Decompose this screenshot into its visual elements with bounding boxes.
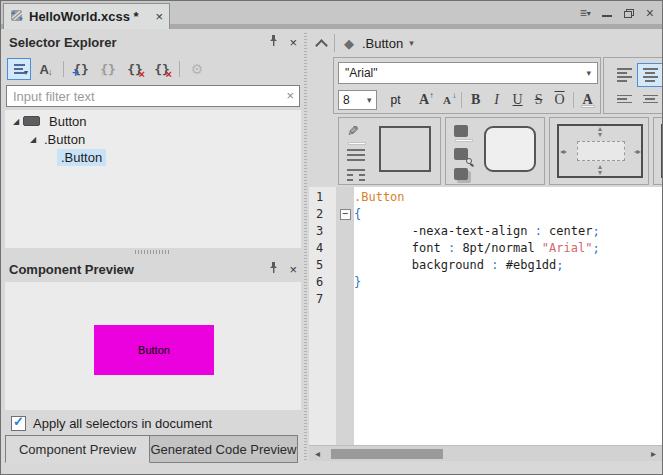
- background-image-button[interactable]: [454, 147, 476, 161]
- grow-font-button[interactable]: A↑: [413, 90, 436, 110]
- overline-button[interactable]: O: [549, 90, 570, 110]
- tree-item[interactable]: ◢.Button: [5, 130, 301, 148]
- scrollbar-thumb[interactable]: [331, 449, 443, 459]
- checkbox-label: Apply all selectors in document: [33, 416, 212, 431]
- filter-input[interactable]: [6, 85, 300, 107]
- pin-icon[interactable]: [268, 260, 279, 278]
- panel-title: Component Preview: [9, 262, 134, 277]
- application-window: HelloWorld.xcss * × ≡▾ × Selector Explor…: [0, 0, 663, 475]
- fold-cell: [336, 292, 354, 309]
- selector-dropdown-icon[interactable]: ▾: [409, 38, 414, 48]
- panel-close-icon[interactable]: ×: [289, 36, 297, 49]
- tree-item[interactable]: .Button: [5, 148, 301, 166]
- shadow-icon: [454, 168, 468, 180]
- preview-button[interactable]: Button: [94, 325, 214, 375]
- add-selector-button[interactable]: {}+: [69, 58, 93, 80]
- restore-icon[interactable]: [624, 5, 634, 21]
- border-color-swatch: [348, 142, 366, 145]
- border-dash-icon: [347, 169, 365, 181]
- tab-close-icon[interactable]: ×: [155, 10, 163, 23]
- delete-selector-button[interactable]: {}×: [123, 58, 147, 80]
- code-line[interactable]: 7: [309, 292, 662, 309]
- tab-title: HelloWorld.xcss *: [29, 9, 139, 24]
- align-left-button[interactable]: [611, 63, 637, 87]
- strikethrough-button[interactable]: S: [528, 90, 549, 110]
- window-close-icon[interactable]: ×: [646, 5, 654, 21]
- line-number: 6: [309, 275, 336, 292]
- margin-top-arrows-icon[interactable]: ▴▾: [598, 126, 602, 138]
- italic-button[interactable]: I: [486, 90, 507, 110]
- underline-button[interactable]: U: [507, 90, 528, 110]
- border-preview[interactable]: [379, 126, 431, 172]
- code-line[interactable]: 3 -nexa-text-align : center;: [309, 224, 662, 241]
- margin-left-arrows-icon[interactable]: ◂▸: [560, 147, 566, 156]
- margin-bottom-arrows-icon[interactable]: ▴▾: [598, 164, 602, 176]
- padding-editor[interactable]: ◂▸: [661, 124, 662, 178]
- panel-close-icon[interactable]: ×: [289, 263, 297, 276]
- tree-item-label: Button: [45, 113, 91, 130]
- style-editor-panel: ◆ .Button ▾ "Arial" ▾ 8 ▾ pt A↑ A↓: [309, 29, 662, 461]
- font-family-combobox[interactable]: "Arial" ▾: [338, 62, 598, 84]
- sort-alphabetical-button[interactable]: A↓: [34, 58, 58, 80]
- code-line[interactable]: 1.Button: [309, 190, 662, 207]
- pin-icon[interactable]: [268, 33, 279, 51]
- expanded-triangle-icon[interactable]: ◢: [26, 135, 40, 144]
- line-number: 4: [309, 241, 336, 258]
- vertical-splitter[interactable]: [301, 31, 309, 460]
- selector-explorer-panel: Selector Explorer × ▾ A↓ {}+: [5, 29, 301, 463]
- justify-left-button[interactable]: [611, 87, 637, 111]
- scroll-left-icon[interactable]: ◂: [315, 447, 320, 461]
- background-color-swatch: [455, 139, 473, 142]
- fold-cell: [336, 224, 354, 241]
- background-image-icon: [454, 148, 468, 160]
- expanded-triangle-icon[interactable]: ◢: [9, 117, 23, 126]
- tab-generated-code-preview[interactable]: Generated Code Preview: [150, 435, 298, 463]
- delete-all-selectors-button[interactable]: {}×: [150, 58, 174, 80]
- code-line[interactable]: 5 background : #ebg1dd;: [309, 258, 662, 275]
- copy-selector-button[interactable]: {}↑: [96, 58, 120, 80]
- tree-item-label: .Button: [40, 131, 89, 148]
- font-color-button[interactable]: A: [577, 90, 598, 110]
- stylesheet-file-icon: [10, 8, 24, 26]
- horizontal-scrollbar[interactable]: ◂ ▸: [309, 445, 662, 461]
- settings-button[interactable]: ⚙: [185, 58, 209, 80]
- border-color-button[interactable]: ✎: [347, 124, 369, 138]
- shrink-font-button[interactable]: A↓: [435, 90, 458, 110]
- gear-icon: ⚙: [191, 61, 204, 77]
- bold-button[interactable]: B: [465, 90, 486, 110]
- fold-cell: −: [336, 207, 354, 224]
- titlebar: HelloWorld.xcss * × ≡▾ ×: [1, 1, 662, 29]
- sort-selectors-button[interactable]: ▾: [7, 58, 31, 80]
- background-preview[interactable]: [484, 126, 536, 172]
- shadow-button[interactable]: [454, 167, 476, 181]
- align-center-button[interactable]: [637, 63, 662, 87]
- minimize-icon[interactable]: [602, 5, 612, 21]
- margin-editor[interactable]: ▴▾ ▴▾ ◂▸ ◂▸: [557, 124, 643, 178]
- border-dash-button[interactable]: [347, 168, 369, 182]
- justify-center-button[interactable]: [637, 87, 662, 111]
- window-list-icon[interactable]: ≡▾: [580, 5, 590, 21]
- collapse-chevron-icon[interactable]: [315, 39, 328, 52]
- apply-selectors-checkbox[interactable]: ✓: [11, 416, 26, 431]
- document-tab[interactable]: HelloWorld.xcss * ×: [3, 3, 170, 29]
- code-text: background : #ebg1dd;: [354, 258, 564, 275]
- clear-filter-icon[interactable]: ×: [286, 88, 294, 103]
- background-color-button[interactable]: [454, 124, 476, 138]
- code-line[interactable]: 6}: [309, 275, 662, 292]
- fold-collapse-icon[interactable]: −: [340, 209, 351, 220]
- code-line[interactable]: 4 font : 8pt/normal "Arial";: [309, 241, 662, 258]
- font-size-combobox[interactable]: 8 ▾: [338, 90, 377, 110]
- font-color-swatch: [581, 105, 595, 108]
- border-width-button[interactable]: [347, 148, 369, 162]
- tree-item[interactable]: ◢Button: [5, 112, 301, 130]
- tab-component-preview[interactable]: Component Preview: [5, 435, 150, 463]
- fold-cell: [336, 275, 354, 292]
- fold-cell: [336, 190, 354, 207]
- scroll-right-icon[interactable]: ▸: [651, 447, 656, 461]
- size-unit-label: pt: [391, 93, 401, 107]
- css-code-editor[interactable]: 1.Button2−{3 -nexa-text-align : center;4…: [309, 187, 662, 445]
- margin-right-arrows-icon[interactable]: ◂▸: [634, 147, 640, 156]
- selector-explorer-header: Selector Explorer ×: [5, 29, 301, 55]
- code-line[interactable]: 2−{: [309, 207, 662, 224]
- panel-splitter[interactable]: [5, 248, 301, 256]
